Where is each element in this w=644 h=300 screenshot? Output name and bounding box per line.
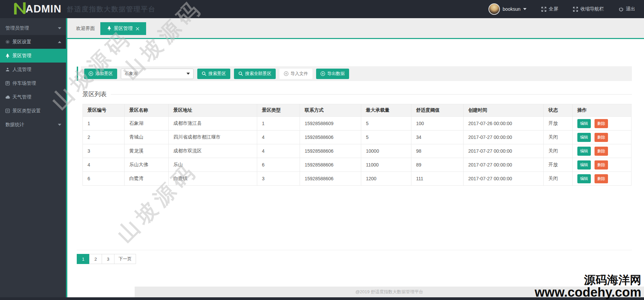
- tree-icon: [5, 53, 11, 58]
- delete-button[interactable]: 删除: [595, 147, 608, 156]
- scenic-select[interactable]: 石象湖: [121, 69, 194, 79]
- import-file-label: 导入文件: [291, 71, 308, 77]
- toolbar-accent-bar: [77, 67, 78, 81]
- logo-text: ADMIN: [26, 3, 62, 15]
- table-row: 3 黄龙溪 成都市双流区 4 15928588606 10000 98 2017…: [83, 144, 632, 158]
- delete-button[interactable]: 删除: [595, 160, 608, 170]
- sidebar-item-label: 停车场管理: [12, 80, 36, 86]
- tree-icon: [107, 26, 111, 32]
- delete-button[interactable]: 删除: [595, 174, 608, 183]
- select-caret-icon: [187, 73, 190, 75]
- table-row: 4 乐山大佛 乐山 6 15928588606 11000 89 2017-07…: [83, 158, 632, 172]
- cell-address: 成都市双流区: [169, 144, 257, 158]
- cell-address: 成都市蒲江县: [169, 117, 257, 130]
- table-row: 2 青城山 四川省成都市都江堰市 4 15928588606 5 34 2017…: [83, 130, 632, 144]
- cell-status: 开放: [544, 117, 573, 130]
- sidebar-nav: 管理员管理 景区设置 景区管理 人流管理 停车场管理: [0, 18, 66, 300]
- sidebar-item-scenic-settings[interactable]: 景区设置: [0, 35, 66, 49]
- cell-address: 乐山: [169, 158, 257, 172]
- logout-label: 退出: [626, 6, 635, 12]
- cell-created: 2017-07-27 00:00:00: [464, 130, 544, 144]
- toolbar: 添加景区 石象湖 搜索景区: [67, 66, 644, 81]
- search-all-scenic-label: 搜索全部景区: [245, 71, 271, 77]
- collapse-nav-button[interactable]: 收缩导航栏: [573, 6, 604, 12]
- edit-button[interactable]: 编辑: [577, 133, 591, 142]
- search-scenic-label: 搜索景区: [208, 71, 226, 77]
- user-avatar[interactable]: [488, 3, 500, 15]
- page-button-2[interactable]: 2: [89, 254, 102, 264]
- export-data-button[interactable]: 导出数据: [316, 69, 349, 79]
- sidebar-item-admin-management[interactable]: 管理员管理: [0, 21, 66, 35]
- chevron-up-icon: [58, 41, 61, 43]
- search-all-scenic-button[interactable]: 搜索全部景区: [234, 69, 276, 79]
- import-file-button[interactable]: 导入文件: [279, 69, 312, 79]
- scenic-select-value: 石象湖: [125, 71, 138, 77]
- delete-button[interactable]: 删除: [595, 119, 608, 128]
- footer: @2019 舒适度指数大数据管理平台: [135, 287, 644, 297]
- next-page-button[interactable]: 下一页: [114, 254, 136, 264]
- cell-status: 关闭: [544, 172, 573, 186]
- plus-circle-icon: [89, 71, 93, 76]
- cell-actions: 编辑 删除: [573, 144, 632, 158]
- sidebar-item-scenic-management[interactable]: 景区管理: [0, 49, 66, 63]
- cell-id: 2: [83, 130, 125, 144]
- plus-circle-icon: [320, 71, 325, 76]
- tab-label: 景区管理: [114, 26, 133, 32]
- toolbar-strip: 添加景区 石象湖 搜索景区: [81, 66, 632, 81]
- cell-type: 3: [257, 172, 300, 186]
- user-menu[interactable]: booksun: [488, 3, 527, 15]
- cell-phone: 15928588606: [300, 130, 361, 144]
- edit-button[interactable]: 编辑: [577, 119, 591, 128]
- sidebar-item-weather-management[interactable]: 天气管理: [0, 90, 66, 104]
- search-scenic-button[interactable]: 搜索景区: [197, 69, 230, 79]
- sidebar-item-data-statistics[interactable]: 数据统计: [0, 118, 66, 132]
- cell-actions: 编辑 删除: [573, 130, 632, 144]
- cell-status: 开放: [544, 158, 573, 172]
- sidebar-item-label: 天气管理: [12, 94, 31, 100]
- power-icon: [619, 7, 623, 12]
- sidebar-item-label: 景区管理: [12, 53, 31, 59]
- add-scenic-label: 添加景区: [95, 71, 113, 77]
- cell-created: 2017-07-26 00:00:00: [464, 117, 544, 130]
- scenic-type-icon: [5, 109, 11, 113]
- col-header-status: 状态: [544, 104, 573, 117]
- cell-created: 2017-07-27 00:00:00: [464, 144, 544, 158]
- user-name: booksun: [503, 6, 520, 12]
- cell-capacity: 11000: [361, 158, 411, 172]
- sidebar-item-scenic-type-settings[interactable]: 景区类型设置: [0, 104, 66, 118]
- fullscreen-button[interactable]: 全屏: [541, 6, 558, 12]
- col-header-id: 景区编号: [83, 104, 125, 117]
- collapse-nav-label: 收缩导航栏: [580, 6, 604, 12]
- cell-type: 4: [257, 130, 300, 144]
- tab-close-icon[interactable]: [136, 27, 139, 31]
- cell-type: 1: [257, 117, 300, 130]
- sidebar-item-crowd-management[interactable]: 人流管理: [0, 63, 66, 76]
- plus-circle-icon: [284, 71, 289, 76]
- page-button-3[interactable]: 3: [102, 254, 114, 264]
- page-button-1[interactable]: 1: [77, 254, 90, 264]
- weather-cloud-icon: [5, 95, 11, 99]
- cell-phone: 15928588606: [300, 144, 361, 158]
- col-header-created: 创建时间: [464, 104, 544, 117]
- app-title: 舒适度指数大数据管理平台: [67, 5, 156, 14]
- edit-button[interactable]: 编辑: [577, 160, 591, 170]
- tab-welcome[interactable]: 欢迎界面: [71, 22, 100, 35]
- chevron-down-icon: [58, 124, 61, 126]
- cell-threshold: 100: [411, 117, 464, 130]
- header-actions: booksun 全屏 收缩导航栏 退出: [488, 3, 635, 15]
- edit-button[interactable]: 编辑: [577, 174, 591, 183]
- logout-button[interactable]: 退出: [619, 6, 635, 12]
- cell-threshold: 89: [411, 158, 464, 172]
- cell-name: 青城山: [125, 130, 169, 144]
- add-scenic-button[interactable]: 添加景区: [84, 69, 117, 79]
- cell-phone: 15928588606: [300, 172, 361, 186]
- edit-button[interactable]: 编辑: [577, 147, 591, 156]
- cell-name: 白鹭湾: [125, 172, 169, 186]
- parking-icon: [5, 81, 11, 85]
- tab-scenic-management[interactable]: 景区管理: [100, 22, 146, 35]
- user-caret-down-icon: [523, 8, 527, 10]
- delete-button[interactable]: 删除: [595, 133, 608, 142]
- sidebar-item-parking-management[interactable]: 停车场管理: [0, 76, 66, 90]
- cell-address: 四川省成都市都江堰市: [169, 130, 257, 144]
- cell-id: 6: [83, 172, 125, 186]
